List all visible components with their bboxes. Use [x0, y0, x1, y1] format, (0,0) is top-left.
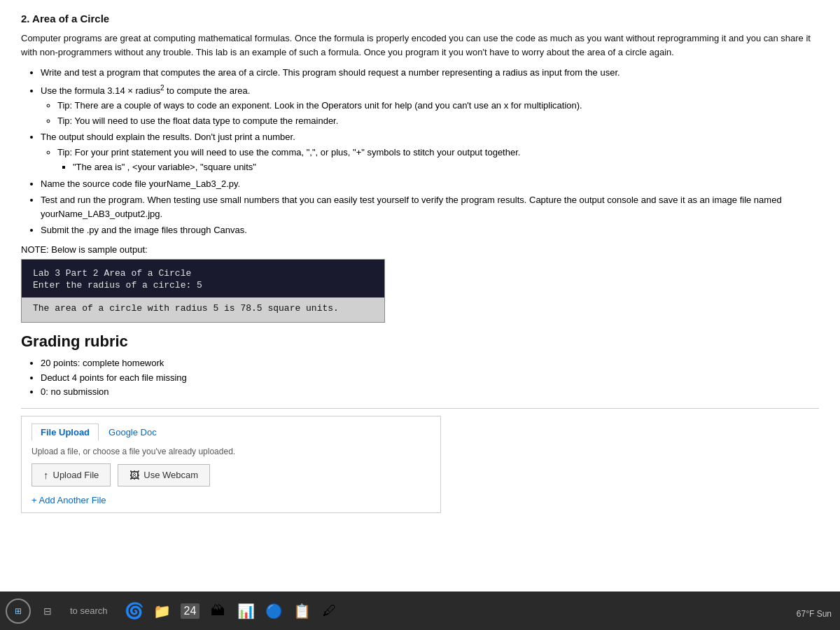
app-icon-5[interactable]: 🖊 — [317, 598, 342, 624]
upload-section: File Upload Google Doc Upload a file, or… — [21, 416, 441, 513]
use-webcam-label: Use Webcam — [144, 470, 198, 480]
app-icon-3[interactable]: 🔵 — [261, 598, 286, 624]
sub-sub-item-3-1: "The area is" , <your variable>, "square… — [73, 160, 819, 174]
sub-item-2-1: Tip: There are a couple of ways to code … — [57, 99, 819, 113]
list-item-4: Name the source code file yourName_Lab3_… — [41, 177, 819, 191]
section-title: 2. Area of a Circle — [21, 13, 819, 24]
webcam-icon: 🖼 — [130, 470, 139, 481]
list-item-6: Submit the .py and the image files throu… — [41, 223, 819, 237]
taskbar: ⊞ ⊟ to search 🌀 📁 24 🏔 📊 🔵 📋 — [0, 592, 840, 630]
sub-item-2-2: Tip: You will need to use the float data… — [57, 114, 819, 128]
sub-sub-list-3: "The area is" , <your variable>, "square… — [57, 160, 819, 174]
tab-google-doc[interactable]: Google Doc — [100, 424, 165, 440]
main-content: 2. Area of a Circle Computer programs ar… — [0, 0, 840, 592]
rubric-list: 20 points: complete homework Deduct 4 po… — [21, 356, 819, 400]
windows-icon: ⊞ — [15, 606, 22, 616]
terminal-line-1: Lab 3 Part 2 Area of a Circle — [33, 268, 373, 279]
upload-icon: ↑ — [43, 469, 49, 481]
terminal-top: Lab 3 Part 2 Area of a Circle Enter the … — [22, 260, 384, 298]
use-webcam-button[interactable]: 🖼 Use Webcam — [118, 464, 210, 486]
terminal-line-2: Enter the radius of a circle: 5 — [33, 280, 373, 290]
search-icon: ⊟ — [43, 606, 52, 617]
tab-file-upload[interactable]: File Upload — [31, 424, 99, 441]
calendar-icon[interactable]: 24 — [177, 598, 202, 624]
search-label: to search — [64, 606, 113, 616]
list-item-5: Test and run the program. When testing u… — [41, 193, 819, 220]
terminal-block: Lab 3 Part 2 Area of a Circle Enter the … — [21, 259, 385, 323]
list-item-3: The output should explain the results. D… — [41, 130, 819, 174]
rubric-item-3: 0: no submission — [41, 385, 819, 400]
sub-list-2: Tip: There are a couple of ways to code … — [41, 99, 819, 127]
list-item-1: Write and test a program that computes t… — [41, 66, 819, 80]
bullet-list: Write and test a program that computes t… — [21, 66, 819, 237]
list-item-2: Use the formula 3.14 × radius2 to comput… — [41, 83, 819, 128]
terminal-result: The area of a circle with radius 5 is 78… — [22, 298, 384, 322]
taskbar-app-icons: 🌀 📁 24 🏔 📊 🔵 📋 🖊 — [121, 598, 342, 624]
app-icon-2[interactable]: 📊 — [233, 598, 258, 624]
add-another-file-link[interactable]: + Add Another File — [31, 495, 106, 505]
upload-file-button[interactable]: ↑ Upload File — [31, 463, 111, 486]
note-label: NOTE: Below is sample output: — [21, 244, 819, 255]
upload-file-label: Upload File — [53, 470, 99, 480]
rubric-item-1: 20 points: complete homework — [41, 356, 819, 371]
search-button[interactable]: ⊟ — [34, 597, 62, 625]
upload-tabs: File Upload Google Doc — [31, 424, 430, 441]
divider — [21, 408, 819, 409]
rubric-title: Grading rubric — [21, 332, 819, 351]
file-explorer-icon[interactable]: 📁 — [149, 598, 174, 624]
weather-badge: 67°F Sun — [797, 609, 832, 619]
rubric-item-2: Deduct 4 points for each file missing — [41, 371, 819, 386]
sub-item-3-1: Tip: For your print statement you will n… — [57, 146, 819, 174]
upload-info: Upload a file, or choose a file you've a… — [31, 447, 430, 456]
sub-list-3: Tip: For your print statement you will n… — [41, 146, 819, 174]
app-icon-4[interactable]: 📋 — [289, 598, 314, 624]
description-text: Computer programs are great at computing… — [21, 31, 819, 59]
upload-buttons: ↑ Upload File 🖼 Use Webcam — [31, 463, 430, 486]
edge-icon[interactable]: 🌀 — [121, 598, 146, 624]
app-icon-1[interactable]: 🏔 — [205, 598, 230, 624]
windows-start-button[interactable]: ⊞ — [6, 598, 31, 624]
